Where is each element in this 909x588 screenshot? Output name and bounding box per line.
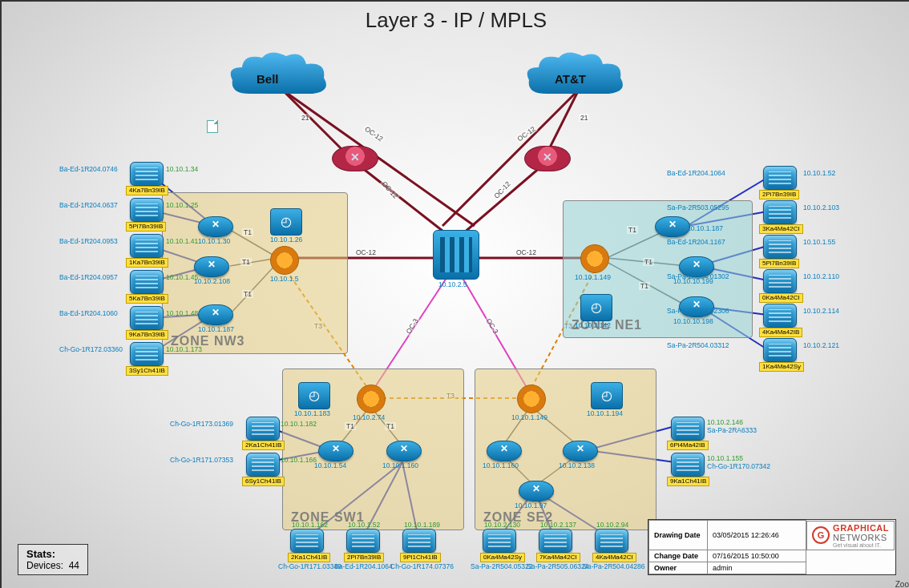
se-side-1[interactable]: [671, 453, 705, 477]
se-side-0[interactable]: [671, 417, 705, 441]
ne-r1-ip: 10.10.1.187: [687, 224, 723, 232]
sw-side-0[interactable]: [246, 417, 280, 441]
device-r-tag-3: 0Ka4Ma42CI: [759, 293, 803, 303]
sw-bot-tag-1: 2Pi7Bn39IB: [344, 553, 384, 562]
device-r-ip-5: 10.10.2.121: [803, 341, 839, 349]
se-bot-ip-2: 10.10.2.94: [596, 521, 628, 529]
ne-server[interactable]: [580, 294, 612, 321]
device-Ba-Ed-1R204.0746[interactable]: [130, 162, 164, 186]
device-Ba-Ed-1R204.0953[interactable]: [130, 234, 164, 258]
sw-r2-ip: 10.10.1.160: [382, 461, 418, 469]
device-name-3: Ba-Ed-1R204.0957: [59, 273, 118, 281]
link-core-l: OC-12: [354, 248, 378, 256]
sw-bot-tag-2: 9Pi1Ch41IB: [400, 553, 441, 562]
corner-text: Zoo: [894, 579, 909, 588]
se-router-1[interactable]: [487, 441, 522, 461]
cloud-att-label: AT&T: [555, 72, 586, 86]
sw-bot-1[interactable]: [346, 529, 380, 553]
nw-t1-0: T1: [242, 228, 253, 236]
sw-sun-ip: 10.10.2.74: [353, 413, 385, 421]
device-tag-3: 5Ka7Bn39IB: [126, 294, 168, 304]
core-switch[interactable]: [433, 230, 479, 280]
link-att-l: OC-12: [515, 124, 539, 144]
nw-server[interactable]: [270, 208, 302, 236]
device-r-name-0: Ba-Ed-1R204.1064: [667, 169, 725, 177]
device-tag-2: 1Ka7Bn39IB: [126, 258, 168, 268]
nw-sun[interactable]: [270, 246, 299, 275]
edge-router-left[interactable]: [332, 146, 378, 171]
sw-bot-2[interactable]: [402, 529, 436, 553]
sw-bot-0[interactable]: [290, 529, 324, 553]
se-bot-name-1: Sa-Pa-2R505.06324: [527, 562, 589, 570]
nw-t1-1: T1: [240, 258, 252, 266]
se-router-3[interactable]: [519, 481, 554, 501]
device-r-name-2: Ba-Ed-1R204.1167: [667, 238, 725, 246]
device-r-ip-2: 10.10.1.55: [803, 238, 835, 246]
device-r-Sa-Pa-2R504.03312[interactable]: [763, 338, 797, 362]
device-ip-3: 10.10.1.45: [166, 273, 198, 281]
link-bell-l: 21: [300, 114, 310, 122]
se-sun-ip: 10.10.1.149: [511, 413, 547, 421]
sw-sun[interactable]: [357, 385, 386, 413]
sw-bot-ip-0: 10.10.1.162: [292, 521, 328, 529]
brand-1: GRAPHICAL: [833, 523, 889, 533]
nw-router-1[interactable]: [198, 216, 233, 237]
device-Ch-Go-1R172.03360[interactable]: [130, 342, 164, 366]
ne-sun[interactable]: [580, 244, 609, 273]
sw-router-2[interactable]: [386, 441, 422, 461]
nw-r1-ip: 10.10.1.30: [198, 237, 230, 245]
edge-router-right[interactable]: [524, 146, 571, 171]
device-ip-4: 10.10.1.48: [166, 309, 198, 317]
brand-logo-icon: G: [812, 526, 830, 544]
link-core-ul: OC-12: [379, 179, 401, 201]
device-r-ip-1: 10.10.2.103: [803, 203, 839, 211]
ne-t1-1: T1: [643, 258, 654, 266]
device-r-tag-4: 4Ka4Ma42IB: [759, 328, 802, 337]
device-tag-4: 9Ka7Bn39IB: [126, 330, 168, 340]
nw-router-2[interactable]: [194, 256, 229, 277]
device-r-Sa-Pa-2R504.01302[interactable]: [763, 269, 797, 293]
sw-bot-ip-1: 10.10.1.52: [348, 521, 380, 529]
device-Ba-Ed-1R204.0957[interactable]: [130, 270, 164, 294]
diagram-canvas[interactable]: Layer 3 - IP / MPLS: [0, 0, 909, 588]
stats-title: Stats:: [26, 548, 55, 560]
tb-r2v: 07/16/2015 10:50:00: [708, 550, 806, 562]
se-side-name-0: Sa-Pa-2RA6333: [707, 426, 757, 434]
note-icon[interactable]: [207, 120, 218, 133]
device-r-name-5: Sa-Pa-2R504.03312: [667, 341, 729, 349]
se-bot-0[interactable]: [483, 529, 516, 553]
stats-count: 44: [69, 560, 79, 571]
device-r-Ba-Ed-1R204.1167[interactable]: [763, 235, 797, 259]
brand-2: NETWORKS: [833, 533, 887, 542]
sw-side-1[interactable]: [246, 453, 280, 477]
device-r-Sa-Pa-2R504.02306[interactable]: [763, 304, 797, 328]
se-server[interactable]: [591, 382, 623, 409]
sw-srv-ip: 10.10.1.183: [294, 409, 330, 417]
sw-bot-name-1: Ba-Ed-1R204.1064: [334, 562, 393, 570]
sw-side-ip-1: 10.10.1.166: [281, 456, 317, 464]
link-core-dr: OC-3: [483, 316, 500, 336]
nw-t1-2: T1: [242, 290, 253, 298]
device-r-name-3: Sa-Pa-2R504.01302: [667, 272, 729, 280]
device-r-Ba-Ed-1R204.1064[interactable]: [763, 166, 797, 190]
se-r1-ip: 10.10.1.160: [483, 461, 519, 469]
se-bot-2[interactable]: [595, 529, 628, 553]
svg-line-4: [354, 162, 446, 234]
device-Ba-Ed-1R204.1060[interactable]: [130, 306, 164, 330]
device-r-Sa-Pa-2R503.05295[interactable]: [763, 200, 797, 224]
link-core-r: OC-12: [515, 248, 538, 256]
se-router-2[interactable]: [563, 441, 598, 461]
sw-router-1[interactable]: [318, 441, 354, 461]
nw-srv-ip: 10.10.1.26: [270, 236, 302, 244]
nw-router-3[interactable]: [198, 304, 233, 325]
brand-tag: Get visual about IT.: [833, 542, 889, 548]
se-side-tag-0: 6Pi4Ma42IB: [667, 441, 709, 450]
se-bot-1[interactable]: [539, 529, 572, 553]
sw-server[interactable]: [298, 382, 330, 409]
se-sun[interactable]: [517, 385, 546, 413]
diagram-title: Layer 3 - IP / MPLS: [2, 8, 909, 33]
ne-router-1[interactable]: [655, 216, 690, 237]
tb-r3v: admin: [708, 562, 806, 574]
device-Ba-Ed-1R204.0637[interactable]: [130, 198, 164, 222]
se-side-tag-1: 9Ka1Ch41IB: [667, 477, 709, 486]
